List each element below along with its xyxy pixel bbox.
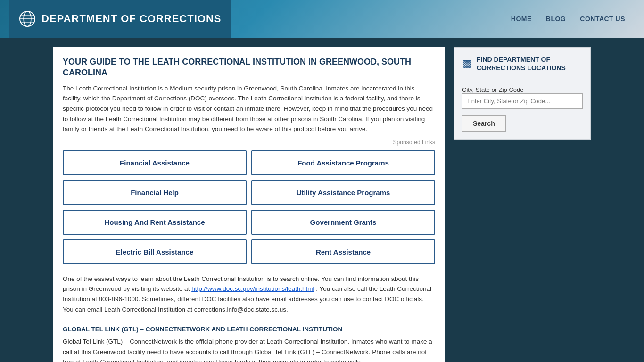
header-brand: DEPARTMENT OF CORRECTIONS xyxy=(9,0,231,38)
assistance-btn-3[interactable]: Utility Assistance Programs xyxy=(251,180,435,205)
globe-icon xyxy=(19,10,36,27)
assistance-btn-6[interactable]: Electric Bill Assistance xyxy=(63,239,247,264)
nav-contact[interactable]: CONTACT US xyxy=(580,15,625,23)
assistance-btn-0[interactable]: Financial Assistance xyxy=(63,150,247,175)
assistance-btn-2[interactable]: Financial Help xyxy=(63,180,247,205)
button-grid: Financial AssistanceFood Assistance Prog… xyxy=(63,150,435,264)
page-title: YOUR GUIDE TO THE LEATH CORRECTIONAL INS… xyxy=(63,57,435,79)
website-link[interactable]: http://www.doc.sc.gov/institutions/leath… xyxy=(191,285,314,292)
page-description: The Leath Correctional Institution is a … xyxy=(63,83,435,134)
sponsored-links: Sponsored Links xyxy=(63,139,435,146)
nav-blog[interactable]: BLOG xyxy=(546,15,566,23)
sidebar-header: ▩ FIND DEPARTMENT OF CORRECTIONS LOCATIO… xyxy=(462,55,583,78)
second-paragraph: One of the easiest ways to learn about t… xyxy=(63,274,435,314)
assistance-btn-4[interactable]: Housing And Rent Assistance xyxy=(63,210,247,235)
nav-home[interactable]: HOME xyxy=(511,15,532,23)
bar-chart-icon: ▩ xyxy=(462,58,472,70)
search-button[interactable]: Search xyxy=(462,115,506,132)
sidebar: ▩ FIND DEPARTMENT OF CORRECTIONS LOCATIO… xyxy=(454,47,591,362)
city-state-label: City, State or Zip Code xyxy=(462,86,524,93)
main-wrapper: YOUR GUIDE TO THE LEATH CORRECTIONAL INS… xyxy=(49,47,595,362)
gtl-title: GLOBAL TEL LINK (GTL) – CONNECTNETWORK A… xyxy=(63,326,435,333)
main-nav: HOME BLOG CONTACT US xyxy=(511,15,635,23)
site-title: DEPARTMENT OF CORRECTIONS xyxy=(41,13,221,25)
sidebar-title: FIND DEPARTMENT OF CORRECTIONS LOCATIONS xyxy=(477,55,583,72)
content-area: YOUR GUIDE TO THE LEATH CORRECTIONAL INS… xyxy=(53,47,445,362)
assistance-btn-1[interactable]: Food Assistance Programs xyxy=(251,150,435,175)
zip-input[interactable] xyxy=(462,93,583,109)
assistance-btn-5[interactable]: Government Grants xyxy=(251,210,435,235)
assistance-btn-7[interactable]: Rent Assistance xyxy=(251,239,435,264)
find-locations-box: ▩ FIND DEPARTMENT OF CORRECTIONS LOCATIO… xyxy=(454,47,591,140)
gtl-description: Global Tel Link (GTL) – ConnectNetwork i… xyxy=(63,337,435,362)
header: DEPARTMENT OF CORRECTIONS HOME BLOG CONT… xyxy=(0,0,644,38)
